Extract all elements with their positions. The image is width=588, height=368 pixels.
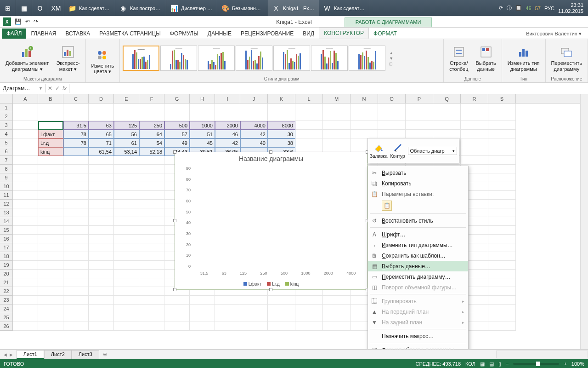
cell[interactable] — [139, 200, 164, 208]
change-chart-type-button[interactable]: Изменить тип диаграммы — [505, 44, 543, 72]
row-header[interactable]: 20 — [0, 270, 13, 278]
cell[interactable] — [114, 278, 139, 287]
cell[interactable] — [89, 208, 114, 217]
cell[interactable] — [89, 313, 114, 322]
cell[interactable] — [13, 305, 38, 313]
cell[interactable] — [488, 165, 516, 173]
cell[interactable] — [323, 296, 351, 305]
cell[interactable]: 54 — [139, 138, 164, 147]
cell[interactable] — [13, 313, 38, 322]
cell[interactable] — [63, 287, 89, 296]
cell[interactable] — [38, 217, 63, 226]
cell[interactable] — [164, 305, 190, 313]
cell[interactable] — [13, 191, 38, 200]
cell[interactable] — [488, 305, 516, 313]
change-colors-button[interactable]: Изменить цвета ▾ — [89, 46, 117, 75]
sheet-nav-next-icon[interactable]: ► — [9, 352, 14, 357]
cell[interactable] — [114, 270, 139, 278]
chart-style-thumb[interactable]: ▬▬▬ — [311, 46, 348, 71]
zoom-in-icon[interactable]: + — [564, 361, 566, 367]
cell[interactable] — [89, 226, 114, 235]
column-header[interactable]: E — [114, 94, 139, 103]
row-header[interactable]: 19 — [0, 261, 13, 270]
cell[interactable] — [114, 226, 139, 235]
column-header[interactable]: N — [351, 94, 378, 103]
cell[interactable] — [461, 112, 488, 121]
cell[interactable] — [38, 322, 63, 331]
cell[interactable] — [89, 104, 114, 112]
taskbar-item[interactable]: WКак сделать … — [319, 0, 370, 16]
taskbar-item[interactable]: ▦ — [16, 0, 32, 16]
row-header[interactable]: 22 — [0, 287, 13, 296]
cell[interactable] — [38, 287, 63, 296]
embedded-chart[interactable]: Название диаграммы 0102030405060708090 3… — [175, 152, 368, 290]
taskbar-item[interactable]: ⊞ — [0, 0, 16, 16]
context-menu-item[interactable]: Назначить макрос… — [368, 331, 468, 341]
cell[interactable] — [488, 278, 516, 287]
cell[interactable] — [89, 200, 114, 208]
cell[interactable] — [215, 313, 240, 322]
cell[interactable] — [139, 322, 164, 331]
column-header[interactable]: H — [190, 94, 215, 103]
cell[interactable] — [323, 138, 351, 147]
cell[interactable] — [323, 130, 351, 138]
taskbar-item[interactable]: XM — [48, 0, 64, 16]
cell[interactable] — [215, 112, 240, 121]
cell[interactable]: Lфакт — [38, 130, 63, 138]
select-all-corner[interactable] — [0, 94, 13, 103]
cell[interactable] — [114, 156, 139, 165]
cell[interactable] — [488, 112, 516, 121]
row-header[interactable]: 17 — [0, 243, 13, 252]
name-box[interactable]: Диаграм…▼ — [0, 84, 46, 92]
cell[interactable] — [488, 243, 516, 252]
cell[interactable] — [488, 121, 516, 130]
ribbon-tab[interactable]: РЕЦЕНЗИРОВАНИЕ — [236, 29, 298, 39]
cell[interactable] — [89, 305, 114, 313]
cell[interactable] — [114, 287, 139, 296]
column-header[interactable]: A — [13, 94, 38, 103]
cell[interactable] — [164, 322, 190, 331]
cell[interactable] — [89, 173, 114, 182]
cell[interactable] — [114, 235, 139, 243]
cell[interactable] — [461, 121, 488, 130]
context-menu-item[interactable]: ⿻Копировать — [368, 178, 468, 189]
cell[interactable] — [488, 173, 516, 182]
context-menu-item[interactable]: ↺Восстановить стиль — [368, 215, 468, 226]
column-header[interactable]: Q — [433, 94, 461, 103]
cell[interactable] — [433, 121, 461, 130]
cell[interactable]: 61,54 — [89, 147, 114, 156]
move-chart-button[interactable]: Переместить диаграмму — [548, 44, 585, 72]
row-header[interactable]: 9 — [0, 173, 13, 182]
cell[interactable] — [13, 296, 38, 305]
cell[interactable] — [190, 104, 215, 112]
sheet-tab[interactable]: Лист1 — [17, 350, 44, 359]
cell[interactable] — [38, 296, 63, 305]
cell[interactable] — [13, 235, 38, 243]
cell[interactable] — [63, 252, 89, 261]
cell[interactable] — [488, 200, 516, 208]
row-header[interactable]: 25 — [0, 313, 13, 322]
cell[interactable] — [13, 156, 38, 165]
cell[interactable] — [268, 305, 295, 313]
save-icon[interactable]: 💾 — [15, 18, 22, 25]
cell[interactable] — [114, 200, 139, 208]
cell[interactable] — [461, 147, 488, 156]
cell[interactable] — [488, 130, 516, 138]
cell[interactable] — [190, 322, 215, 331]
chart-style-thumb[interactable]: ▬▬▬ — [273, 46, 310, 71]
cell[interactable]: 61 — [114, 138, 139, 147]
cell[interactable]: 42 — [240, 130, 268, 138]
cell[interactable] — [89, 243, 114, 252]
cell[interactable] — [114, 322, 139, 331]
cell[interactable] — [38, 235, 63, 243]
cell[interactable] — [139, 208, 164, 217]
column-header[interactable]: L — [295, 94, 323, 103]
row-header[interactable]: 1 — [0, 104, 13, 112]
cell[interactable] — [139, 165, 164, 173]
column-headers[interactable]: ABCDEFGHIJKLMNOPQRS — [0, 94, 588, 104]
cell[interactable] — [114, 208, 139, 217]
cell[interactable] — [63, 226, 89, 235]
cell[interactable] — [38, 182, 63, 191]
cell[interactable] — [114, 173, 139, 182]
cell[interactable]: 38 — [268, 138, 295, 147]
